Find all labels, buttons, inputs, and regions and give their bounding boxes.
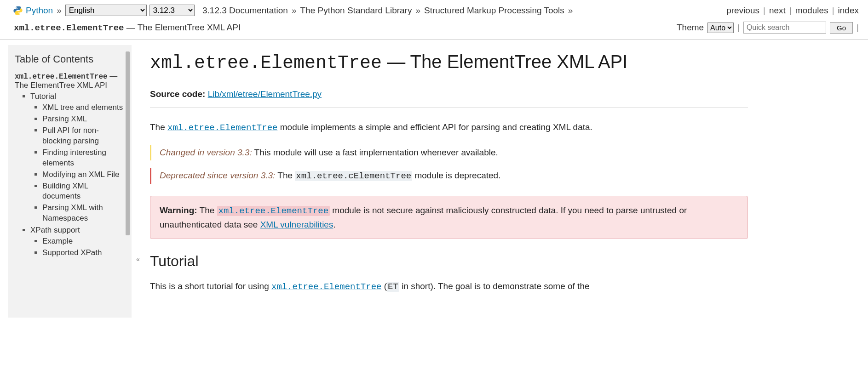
toc-xml-tree[interactable]: XML tree and elements — [42, 103, 123, 112]
toc-heading: Table of Contents — [15, 53, 127, 65]
version-select[interactable]: 3.12.3 — [149, 5, 195, 16]
header-tools: Theme Auto | Go | — [677, 22, 859, 34]
module-link[interactable]: xml.etree.ElementTree — [167, 123, 277, 133]
toc-parsing-xml[interactable]: Parsing XML — [42, 114, 87, 123]
warning-box: Warning: The xml.etree.ElementTree modul… — [150, 196, 748, 239]
next-link[interactable]: next — [769, 6, 786, 16]
toc-building[interactable]: Building XML documents — [42, 182, 88, 201]
theme-select[interactable]: Auto — [707, 23, 734, 33]
python-logo-icon — [13, 6, 23, 16]
toc-xpath-supported[interactable]: Supported XPath — [42, 248, 102, 257]
tutorial-intro: This is a short tutorial for using xml.e… — [150, 280, 748, 294]
page-title: xml.etree.ElementTree — The ElementTree … — [150, 51, 748, 74]
breadcrumb-markup-tools[interactable]: Structured Markup Processing Tools — [424, 6, 564, 16]
toc-finding[interactable]: Finding interesting elements — [42, 148, 106, 167]
search-go-button[interactable]: Go — [830, 22, 853, 34]
toc-modifying[interactable]: Modifying an XML File — [42, 170, 120, 179]
xml-vulnerabilities-link[interactable]: XML vulnerabilities — [260, 220, 333, 229]
toc-xpath[interactable]: XPath support — [30, 226, 80, 234]
content: xml.etree.ElementTree — The ElementTree … — [132, 40, 868, 318]
toc-xpath-example[interactable]: Example — [42, 237, 73, 245]
toc-tutorial[interactable]: Tutorial — [30, 92, 56, 101]
top-right-links: previous | next | modules | index — [726, 6, 859, 16]
previous-link[interactable]: previous — [726, 6, 759, 16]
language-select[interactable]: English — [65, 5, 147, 16]
intro-paragraph: The xml.etree.ElementTree module impleme… — [150, 121, 748, 135]
deprecated-module: xml.etree.cElementTree — [295, 171, 412, 181]
tutorial-heading: Tutorial — [150, 253, 748, 270]
tutorial-module-link[interactable]: xml.etree.ElementTree — [271, 282, 381, 292]
sidebar-collapse-icon[interactable]: « — [136, 256, 140, 263]
top-navigation: Python » English 3.12.3 3.12.3 Documenta… — [0, 0, 868, 19]
breadcrumb-stdlib[interactable]: The Python Standard Library — [300, 6, 412, 16]
page-header-bar: xml.etree.ElementTree — The ElementTree … — [0, 19, 868, 40]
theme-label: Theme — [677, 23, 704, 33]
index-link[interactable]: index — [838, 6, 859, 16]
modules-link[interactable]: modules — [795, 6, 828, 16]
divider — [150, 108, 748, 108]
search-input[interactable] — [743, 22, 826, 34]
module-name: xml.etree.ElementTree — [14, 23, 124, 33]
main-layout: ▲ Table of Contents xml.etree.ElementTre… — [0, 40, 868, 318]
source-code-line: Source code: Lib/xml/etree/ElementTree.p… — [150, 89, 748, 99]
toc-root: xml.etree.ElementTree — The ElementTree … — [15, 72, 127, 259]
separator: » — [57, 6, 62, 16]
warning-module-link[interactable]: xml.etree.ElementTree — [217, 206, 330, 216]
toc-pull-api[interactable]: Pull API for non-blocking parsing — [42, 126, 99, 145]
toc-root-link[interactable]: xml.etree.ElementTree — The ElementTree … — [15, 72, 117, 90]
version-changed-note: Changed in version 3.3: This module will… — [150, 145, 748, 160]
python-home-link[interactable]: Python — [26, 6, 53, 16]
page-title-crumb: xml.etree.ElementTree — The ElementTree … — [14, 23, 241, 33]
toc-namespaces[interactable]: Parsing XML with Namespaces — [42, 203, 103, 222]
sidebar: Table of Contents xml.etree.ElementTree … — [8, 45, 132, 318]
breadcrumb-bar: Python » English 3.12.3 3.12.3 Documenta… — [13, 5, 574, 16]
breadcrumb-documentation[interactable]: 3.12.3 Documentation — [202, 6, 288, 16]
deprecated-note: Deprecated since version 3.3: The xml.et… — [150, 168, 748, 184]
source-link[interactable]: Lib/xml/etree/ElementTree.py — [208, 89, 322, 99]
